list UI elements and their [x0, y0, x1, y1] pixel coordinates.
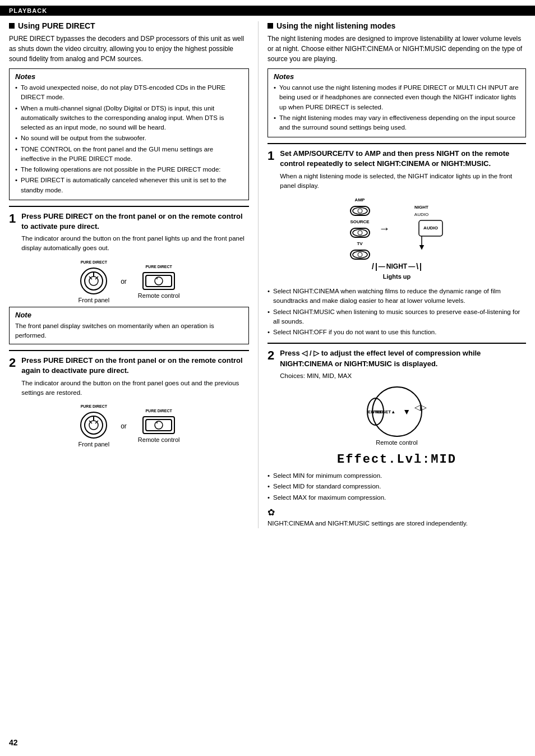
two-column-layout: Using PURE DIRECT PURE DIRECT bypasses t… [0, 21, 535, 528]
night-display-area: / | — NIGHT — \ | Lights up [372, 262, 422, 280]
note-item: No sound will be output from the subwoof… [15, 133, 243, 143]
night-step2-row: 2 Press ◁ / ▷ to adjust the effect level… [268, 343, 526, 381]
right-column: Using the night listening modes The nigh… [258, 21, 535, 528]
page-number: 42 [9, 738, 18, 747]
night-step2-bullet-3: Select MAX for maximum compression. [268, 493, 526, 503]
note-item: The following operations are not possibl… [15, 165, 243, 174]
amp-label: AMP [355, 197, 365, 202]
remote-label-2: Remote control [138, 436, 180, 443]
source-button-icon [350, 228, 370, 238]
tip-text: NIGHT:CINEMA and NIGHT:MUSIC settings ar… [268, 519, 526, 528]
effect-level-display: Effect.Lvl:MID [268, 453, 526, 467]
left-column: Using PURE DIRECT PURE DIRECT bypasses t… [0, 21, 258, 528]
or-label-2: or [121, 422, 127, 430]
note-box: Note The front panel display switches on… [9, 307, 249, 345]
step2-row: 2 Press PURE DIRECT on the front panel o… [9, 350, 249, 398]
night-step2-choices: Choices: MIN, MID, MAX [280, 371, 526, 381]
front-panel-label-2: Front panel [79, 441, 110, 448]
step1-diagram: PURE DIRECT Front panel or PURE [9, 260, 249, 303]
night-diagram-inner: AMP SOURCE [350, 197, 444, 260]
note-item: When a multi-channel signal (Dolby Digit… [15, 104, 243, 133]
svg-point-21 [358, 252, 362, 257]
step2-heading: Press PURE DIRECT on the front panel or … [21, 356, 249, 376]
step1-content: Press PURE DIRECT on the front panel or … [21, 211, 249, 253]
pure-direct-notes-title: Notes [15, 72, 243, 81]
svg-point-17 [358, 209, 362, 213]
night-title: Using the night listening modes [276, 21, 395, 30]
night-section-title: Using the night listening modes [268, 21, 526, 30]
remote-label-1: Remote control [138, 292, 180, 299]
tv-button-icon [350, 250, 370, 260]
svg-point-19 [358, 231, 362, 235]
night-notes-box: Notes You cannot use the night listening… [268, 68, 526, 137]
arrow-right-icon: → [379, 222, 390, 235]
night-body: The night listening modes are designed t… [268, 34, 526, 64]
night-bullet-3: Select NIGHT:OFF if you do not want to u… [268, 328, 526, 337]
section-bullet-icon-2 [268, 23, 273, 29]
header-bar: PLAYBACK [0, 6, 535, 16]
night-step2-bullets: Select MIN for minimum compression. Sele… [268, 471, 526, 503]
diag-line-left: | [375, 262, 377, 271]
remote-control-item-2: PURE DIRECT Remote control [138, 409, 180, 443]
diag-line-right: | [419, 262, 422, 271]
svg-point-14 [155, 421, 163, 429]
night-step1-heading: Set AMP/SOURCE/TV to AMP and then press … [280, 149, 526, 169]
night-btn-label: NIGHT [414, 205, 428, 210]
lights-up-label: Lights up [383, 273, 411, 280]
night-step2-number: 2 [268, 349, 274, 381]
night-step1-content: Set AMP/SOURCE/TV to AMP and then press … [280, 149, 526, 191]
pd-label-top-2: PURE DIRECT [81, 404, 107, 408]
dash-left: — [379, 262, 385, 270]
amp-button-icon [350, 206, 370, 216]
night-step1-bullets: Select NIGHT:CINEMA when watching films … [268, 287, 526, 337]
night-step2-bullet-2: Select MID for standard compression. [268, 482, 526, 491]
night-notes-list: You cannot use the night listening modes… [274, 83, 520, 132]
night-step2-bullet-1: Select MIN for minimum compression. [268, 471, 526, 481]
front-panel-label: Front panel [79, 297, 110, 303]
night-notes-title: Notes [274, 72, 520, 81]
step1-heading: Press PURE DIRECT on the front panel or … [21, 211, 249, 232]
pd-label-top: PURE DIRECT [81, 260, 107, 264]
section-bullet-icon [9, 23, 15, 29]
rc-bottom-arrow: ▼ [403, 407, 411, 416]
note-item: PURE DIRECT is automatically canceled wh… [15, 176, 243, 195]
night-step1-number: 1 [268, 150, 274, 191]
tip-icon: ✿ [268, 507, 526, 518]
audio-label: AUDIO [414, 212, 428, 217]
pure-direct-body: PURE DIRECT bypasses the decoders and DS… [9, 34, 249, 64]
pure-direct-notes-list: To avoid unexpected noise, do not play D… [15, 83, 243, 195]
remote-circle-diagram: ENTER PRESET▲ ▼ ◁ ▷ Remote control [268, 386, 526, 446]
night-step2-content: Press ◁ / ▷ to adjust the effect level o… [280, 348, 526, 381]
pure-direct-notes-box: Notes To avoid unexpected noise, do not … [9, 68, 249, 200]
night-button-group: NIGHT AUDIO AUDIO [399, 205, 444, 253]
step1-number: 1 [9, 213, 16, 253]
step2-number: 2 [9, 357, 16, 398]
front-panel-item-2: PURE DIRECT Front panel [79, 404, 110, 448]
night-note-item-2: The night listening modes may vary in ef… [274, 113, 520, 133]
tip-section: ✿ NIGHT:CINEMA and NIGHT:MUSIC settings … [268, 507, 526, 528]
night-note-item-1: You cannot use the night listening modes… [274, 83, 520, 112]
pd-remote-label-top: PURE DIRECT [145, 265, 172, 269]
front-panel-item: PURE DIRECT Front panel [79, 260, 110, 303]
note-box-title: Note [15, 311, 243, 319]
pd-remote-label-top-2: PURE DIRECT [145, 409, 172, 413]
night-bullet-2: Select NIGHT:MUSIC when listening to mus… [268, 307, 526, 327]
step1-row: 1 Press PURE DIRECT on the front panel o… [9, 206, 249, 253]
remote-outer-ring: ENTER PRESET▲ ▼ ◁ ▷ [372, 386, 422, 437]
or-label-1: or [121, 278, 127, 285]
source-label: SOURCE [350, 219, 369, 224]
step2-diagram: PURE DIRECT Front panel or PURE [9, 404, 249, 448]
remote-label-right: Remote control [376, 439, 418, 446]
pure-direct-remote-icon-2 [142, 416, 175, 434]
note-item: To avoid unexpected noise, do not play D… [15, 83, 243, 103]
pure-direct-circle-icon [80, 268, 107, 294]
night-step1-row: 1 Set AMP/SOURCE/TV to AMP and then pres… [268, 143, 526, 191]
rc-left-arrow: ◁ [414, 403, 421, 412]
rc-top-label: PRESET▲ [373, 409, 395, 414]
tv-label: TV [357, 241, 362, 246]
rc-right-arrow: ▷ [421, 403, 427, 412]
diag-slash-left: / [372, 262, 374, 271]
pure-direct-remote-icon [142, 272, 175, 290]
diag-slash-right: \ [416, 262, 418, 271]
note-item: TONE CONTROL on the front panel and the … [15, 145, 243, 164]
